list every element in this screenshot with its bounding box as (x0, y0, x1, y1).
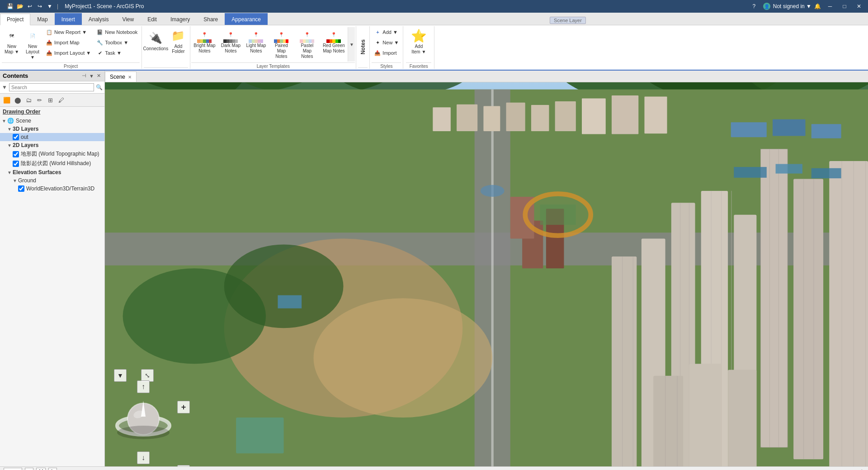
navigation-controls: ▼ ⤡ (114, 383, 173, 451)
task-button[interactable]: ✔ Task ▼ (94, 48, 140, 58)
layer-tool-raster[interactable]: 🟧 (2, 95, 12, 105)
topographic-checkbox[interactable] (13, 151, 19, 157)
tree-item-2d-layers[interactable]: ▼ 2D Layers (0, 141, 104, 149)
ribbon-group-notes: Notes (356, 26, 370, 69)
import-map-icon: 📥 (46, 39, 53, 46)
scene-tab-close[interactable]: ✕ (128, 75, 132, 80)
nav-up-button[interactable]: ↑ (137, 380, 150, 393)
elevation-surfaces-label: Elevation Surfaces (13, 169, 103, 176)
nav-collapse-button[interactable]: ▼ (114, 369, 127, 382)
new-map-button[interactable]: 🗺 NewMap ▼ (2, 27, 22, 56)
map-canvas[interactable]: ▼ ⤡ (105, 82, 868, 466)
tree-item-elevation-surfaces[interactable]: ▼ Elevation Surfaces (0, 168, 104, 176)
tree-item-topographic[interactable]: 地形図 (World Topographic Map) (0, 149, 104, 159)
paired-map-notes-button[interactable]: 📍 Paired MapNotes (269, 27, 293, 61)
svg-rect-55 (653, 376, 683, 466)
connections-button[interactable]: 🔌 Connections (144, 27, 167, 54)
map-area: Scene ✕ (105, 71, 868, 466)
search-magnify-icon[interactable]: 🔍 (96, 84, 103, 90)
new-map-icon: 🗺 (5, 28, 19, 43)
toolbox-button[interactable]: 🔧 Toolbox ▼ (94, 38, 140, 47)
tree-item-scene[interactable]: ▼ 🌐 Scene (0, 117, 104, 125)
red-green-map-notes-icon: 📍 (326, 28, 341, 43)
import-style-button[interactable]: 📥 Import (372, 48, 401, 58)
new-notebook-button[interactable]: 📓 New Notebook (94, 27, 140, 37)
layer-tool-edit[interactable]: ✏ (34, 95, 44, 105)
tree-item-out[interactable]: out (0, 133, 104, 141)
tab-view[interactable]: View (115, 13, 141, 25)
scene-layer-label: Scene Layer (550, 17, 586, 24)
sidebar-menu[interactable]: ▼ (88, 73, 95, 79)
light-map-notes-button[interactable]: 📍 Light MapNotes (244, 27, 268, 55)
compass[interactable]: ↑ + ↓ − (114, 392, 173, 451)
quick-access-dropdown[interactable]: ▼ (45, 2, 54, 10)
add-item-button[interactable]: ⭐ AddItem ▼ (406, 27, 431, 56)
layer-tool-circle[interactable]: ⬤ (13, 95, 23, 105)
hillshade-label: 陰影起伏図 (World Hillshade) (21, 160, 103, 167)
tab-analysis[interactable]: Analysis (82, 13, 116, 25)
open-button[interactable]: 📂 (15, 2, 24, 10)
new-style-button[interactable]: ✦ New ▼ (372, 38, 401, 47)
tree-item-ground[interactable]: ▼ Ground (0, 176, 104, 185)
scene-tab[interactable]: Scene ✕ (105, 71, 137, 82)
zoom-out-button[interactable]: − (177, 465, 190, 466)
layer-tool-annotation[interactable]: 🖊 (56, 95, 66, 105)
zoom-fit-button[interactable]: ⛶ (36, 468, 46, 470)
layer-templates-scroll[interactable]: ▼ (348, 27, 355, 62)
tree-item-3d-layers[interactable]: ▼ 3D Layers (0, 125, 104, 133)
hillshade-checkbox[interactable] (13, 161, 19, 167)
tab-insert[interactable]: Insert (55, 13, 82, 25)
maximize-button[interactable]: □ (839, 2, 850, 11)
dark-map-notes-button[interactable]: 📍 Dark MapNotes (218, 27, 243, 55)
tab-project[interactable]: Project (0, 14, 30, 25)
world-elevation-checkbox[interactable] (18, 185, 24, 192)
sidebar-close[interactable]: ✕ (96, 73, 102, 79)
minimize-button[interactable]: ─ (825, 2, 835, 11)
layer-tool-vector[interactable]: 🗂 (24, 95, 33, 105)
tab-appearance[interactable]: Appearance (225, 13, 268, 25)
user-label[interactable]: Not signed in ▼ (773, 3, 811, 9)
svg-rect-58 (689, 364, 722, 466)
search-input[interactable] (9, 83, 94, 91)
elevation-surfaces-expand-arrow: ▼ (7, 170, 13, 175)
tab-imagery[interactable]: Imagery (164, 13, 197, 25)
out-layer-checkbox[interactable] (13, 134, 19, 140)
status-left: 507 m ▼ ⛶ ↻ (4, 468, 57, 470)
scale-dropdown[interactable]: ▼ (25, 468, 33, 470)
pastel-map-notes-button[interactable]: 📍 Pastel MapNotes (294, 27, 320, 61)
zoom-in-button[interactable]: + (177, 401, 190, 413)
out-layer-label: out (21, 134, 103, 140)
status-settings-button[interactable]: ⚙ (859, 469, 864, 470)
redo-button[interactable]: ↪ (35, 2, 44, 10)
tree-item-world-elevation[interactable]: WorldElevation3D/Terrain3D (0, 185, 104, 193)
tab-edit[interactable]: Edit (141, 13, 164, 25)
project-group-label: Project (2, 62, 140, 69)
add-folder-button[interactable]: 📁 AddFolder (168, 27, 188, 55)
svg-rect-20 (531, 105, 549, 131)
close-button[interactable]: ✕ (854, 2, 864, 11)
task-icon: ✔ (96, 49, 104, 57)
help-button[interactable]: ? (749, 2, 760, 11)
scene-expand-arrow: ▼ (2, 119, 7, 123)
add-style-button[interactable]: + Add ▼ (372, 27, 401, 37)
tab-map[interactable]: Map (30, 13, 54, 25)
layer-tool-select[interactable]: ⊞ (45, 95, 55, 105)
user-area: 👤 Not signed in ▼ 🔔 (763, 3, 821, 10)
rotate-button[interactable]: ↻ (48, 468, 57, 470)
red-green-map-notes-button[interactable]: 📍 Red GreenMap Notes (321, 27, 347, 55)
tree-item-hillshade[interactable]: 陰影起伏図 (World Hillshade) (0, 159, 104, 168)
sidebar-auto-hide[interactable]: ⊣ (81, 73, 87, 79)
new-report-button[interactable]: 📋 New Report ▼ (43, 27, 93, 37)
undo-button[interactable]: ↩ (25, 2, 34, 10)
new-layout-button[interactable]: 📄 NewLayout ▼ (23, 27, 42, 62)
svg-rect-19 (506, 103, 525, 131)
nav-expand-button[interactable]: ⤡ (141, 369, 154, 382)
nav-down-button[interactable]: ↓ (137, 451, 150, 464)
tab-share[interactable]: Share (197, 13, 225, 25)
topographic-label: 地形図 (World Topographic Map) (21, 150, 103, 158)
bright-map-notes-button[interactable]: 📍 Bright MapNotes (191, 27, 217, 55)
import-map-button[interactable]: 📥 Import Map (43, 38, 93, 47)
import-layout-button[interactable]: 📥 Import Layout ▼ (43, 48, 93, 58)
svg-rect-33 (829, 161, 868, 466)
save-button[interactable]: 💾 (5, 2, 14, 10)
